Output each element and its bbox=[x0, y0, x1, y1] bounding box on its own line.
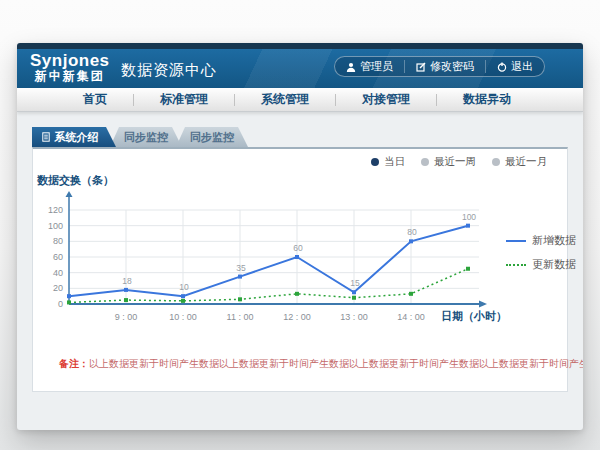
svg-text:120: 120 bbox=[48, 205, 63, 215]
legend-line-sample-solid bbox=[506, 240, 526, 242]
document-icon bbox=[42, 132, 50, 142]
user-menu-admin[interactable]: 管理员 bbox=[335, 60, 404, 73]
power-icon bbox=[497, 62, 507, 72]
page-title: 数据资源中心 bbox=[121, 61, 217, 80]
tab-sync-monitor-1[interactable]: 同步监控 bbox=[110, 127, 182, 147]
chart-legend: 新增数据 更新数据 bbox=[506, 233, 576, 272]
svg-text:14 : 00: 14 : 00 bbox=[397, 312, 425, 322]
svg-text:9 : 00: 9 : 00 bbox=[115, 312, 138, 322]
svg-text:80: 80 bbox=[53, 236, 63, 246]
tab-sync-monitor-1-label: 同步监控 bbox=[124, 130, 168, 145]
svg-text:12 : 00: 12 : 00 bbox=[283, 312, 311, 322]
svg-text:0: 0 bbox=[58, 299, 63, 309]
svg-text:10: 10 bbox=[179, 282, 189, 292]
user-menu: 管理员 修改密码 退出 bbox=[334, 56, 545, 77]
svg-text:13 : 00: 13 : 00 bbox=[340, 312, 368, 322]
nav-item-data-change[interactable]: 数据异动 bbox=[437, 91, 537, 108]
footnote: 备注：以上数据更新于时间产生数据以上数据更新于时间产生数据以上数据更新于时间产生… bbox=[59, 357, 549, 371]
svg-text:11 : 00: 11 : 00 bbox=[227, 312, 254, 322]
tab-system-intro[interactable]: 系统介绍 bbox=[32, 127, 116, 147]
footnote-text: 以上数据更新于时间产生数据以上数据更新于时间产生数据以上数据更新于时间产生数据以… bbox=[89, 358, 583, 369]
user-menu-logout[interactable]: 退出 bbox=[485, 60, 544, 73]
app-window: Synjones 新中新集团 数据资源中心 管理员 修改密码 bbox=[17, 43, 583, 430]
legend-update-data-label: 更新数据 bbox=[532, 257, 576, 272]
chart-panel: 当日 最近一周 最近一月 数据交换（条） 9 : 0010 : 0011 : 0… bbox=[32, 147, 568, 392]
user-menu-admin-label: 管理员 bbox=[360, 59, 393, 74]
svg-text:10 : 00: 10 : 00 bbox=[169, 312, 197, 322]
svg-text:15: 15 bbox=[350, 278, 360, 288]
svg-text:60: 60 bbox=[53, 252, 63, 262]
nav-item-interface-mgmt[interactable]: 对接管理 bbox=[336, 91, 436, 108]
x-axis-title: 日期（小时） bbox=[441, 309, 507, 324]
tab-system-intro-label: 系统介绍 bbox=[55, 130, 99, 145]
app-header: Synjones 新中新集团 数据资源中心 管理员 修改密码 bbox=[17, 49, 583, 88]
svg-text:100: 100 bbox=[462, 212, 476, 222]
legend-new-data[interactable]: 新增数据 bbox=[506, 233, 576, 248]
user-menu-change-password-label: 修改密码 bbox=[430, 59, 474, 74]
footnote-label: 备注： bbox=[59, 358, 89, 369]
svg-text:18: 18 bbox=[122, 276, 132, 286]
user-icon bbox=[346, 62, 356, 72]
svg-text:80: 80 bbox=[407, 227, 417, 237]
user-menu-logout-label: 退出 bbox=[511, 59, 533, 74]
svg-text:60: 60 bbox=[293, 243, 303, 253]
nav-item-system-mgmt[interactable]: 系统管理 bbox=[235, 91, 335, 108]
tab-bar: 系统介绍 同步监控 同步监控 bbox=[32, 127, 248, 147]
edit-icon bbox=[416, 62, 426, 72]
svg-text:20: 20 bbox=[53, 283, 63, 293]
legend-line-sample-dotted bbox=[506, 264, 526, 266]
legend-new-data-label: 新增数据 bbox=[532, 233, 576, 248]
svg-text:35: 35 bbox=[236, 263, 246, 273]
svg-text:100: 100 bbox=[48, 221, 63, 231]
user-menu-change-password[interactable]: 修改密码 bbox=[404, 60, 485, 73]
legend-update-data[interactable]: 更新数据 bbox=[506, 257, 576, 272]
nav-item-standard-mgmt[interactable]: 标准管理 bbox=[134, 91, 234, 108]
tab-sync-monitor-2-label: 同步监控 bbox=[190, 130, 234, 145]
logo-text-cn: 新中新集团 bbox=[30, 70, 110, 83]
logo-text-en: Synjones bbox=[30, 52, 110, 70]
nav-item-home[interactable]: 首页 bbox=[57, 91, 133, 108]
svg-text:40: 40 bbox=[53, 268, 63, 278]
tab-sync-monitor-2[interactable]: 同步监控 bbox=[176, 127, 248, 147]
company-logo[interactable]: Synjones 新中新集团 bbox=[30, 52, 110, 82]
main-nav: 首页 标准管理 系统管理 对接管理 数据异动 bbox=[17, 88, 583, 112]
